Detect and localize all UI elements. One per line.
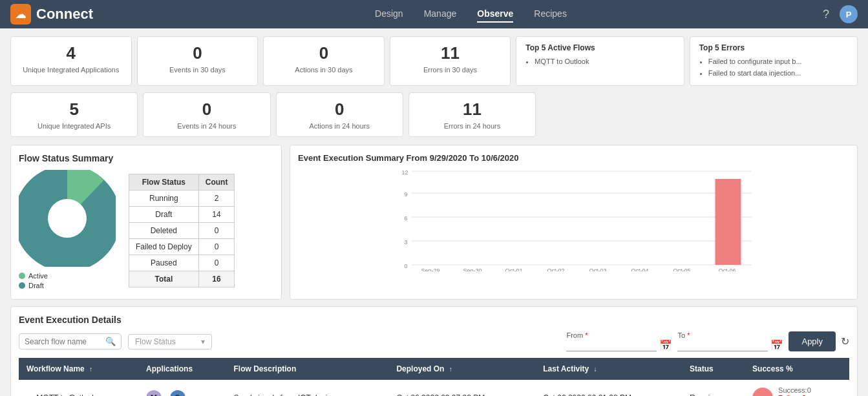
stat-errors-30: 11 Errors in 30 days: [390, 36, 511, 86]
nav-link-observe[interactable]: Observe: [477, 6, 513, 23]
flow-table-row: Running2: [129, 191, 235, 207]
to-date-input[interactable]: 10/6/2020, 3:38 PM: [677, 339, 768, 351]
pie-legend: Active Draft: [19, 272, 116, 289]
from-group: From * 9/29/2020, 3:38 PM 📅: [566, 331, 672, 351]
col-count: Count: [198, 174, 235, 191]
search-input[interactable]: [25, 337, 102, 346]
nav-link-design[interactable]: Design: [375, 6, 403, 23]
nav-link-recipes[interactable]: Recipes: [534, 6, 567, 23]
stat-value: 0: [287, 99, 392, 120]
execution-details-card: Event Execution Details 🔍 Flow Status ▾ …: [10, 306, 858, 396]
help-icon[interactable]: ?: [823, 8, 829, 21]
sort-workflow-icon[interactable]: ↑: [89, 366, 92, 373]
stat-value: 11: [419, 99, 525, 120]
nav-link-manage[interactable]: Manage: [424, 6, 457, 23]
apply-button[interactable]: Apply: [789, 331, 836, 351]
status-cell: Running: [682, 380, 745, 396]
flow-table-cell: 0: [198, 239, 235, 255]
sort-deployed-icon[interactable]: ↑: [449, 366, 452, 373]
chart-area: 0 3 6 9 12: [298, 168, 849, 271]
col-workflow-name: Workflow Name ↑: [19, 358, 138, 380]
content-row: Flow Status Summary: [10, 145, 858, 300]
draft-label: Draft: [28, 282, 44, 289]
col-status-label: Status: [690, 364, 714, 373]
workflow-name: MQTT to Outlook: [36, 393, 96, 396]
stat-value: 4: [21, 43, 121, 63]
bar-oct06: [715, 179, 741, 265]
flow-table-cell: 16: [198, 271, 235, 287]
y-label-3: 3: [405, 239, 408, 245]
spacer: [541, 92, 858, 137]
xlabel-oct06: Oct-06: [719, 267, 736, 271]
top5-active-flows: Top 5 Active Flows MQTT to Outlook: [516, 36, 684, 86]
col-apps-label: Applications: [146, 364, 193, 373]
pie-svg: [19, 170, 116, 267]
from-date-input[interactable]: 9/29/2020, 3:38 PM: [566, 339, 657, 351]
xlabel-oct05: Oct-05: [673, 267, 691, 271]
col-desc-label: Flow Description: [234, 364, 297, 373]
stat-label: Errors in 30 days: [401, 66, 500, 74]
pie-chart-wrapper: Active Draft: [19, 170, 116, 291]
stat-errors-24: 11 Errors in 24 hours: [408, 92, 536, 137]
user-avatar[interactable]: P: [840, 5, 858, 23]
legend-draft: Draft: [19, 282, 116, 289]
flow-table-cell: 2: [198, 191, 235, 207]
flow-description-cell: Send signals from IOT devi...: [226, 380, 389, 396]
y-label-0: 0: [405, 263, 408, 269]
chevron-down-icon: ▾: [201, 337, 205, 346]
flow-table-row: Failed to Deploy0: [129, 239, 235, 255]
stat-unique-apis: 5 Unique Integrated APIs: [10, 92, 138, 137]
flow-summary-card: Flow Status Summary: [10, 145, 282, 300]
workflow-name-cell: ▾ MQTT to Outlook: [19, 380, 138, 396]
flow-table-cell: Failed to Deploy: [129, 239, 199, 255]
col-deployed-on: Deployed On ↑: [388, 358, 535, 380]
flow-status-filter[interactable]: Flow Status ▾: [128, 334, 212, 349]
table-row: ▾ MQTT to Outlook M › O Send signals fro…: [19, 380, 849, 396]
stat-label: Actions in 24 hours: [287, 122, 392, 130]
stats-row-2: 5 Unique Integrated APIs 0 Events in 24 …: [10, 92, 858, 137]
xlabel-oct02: Oct-02: [547, 267, 565, 271]
stat-actions-24: 0 Actions in 24 hours: [276, 92, 403, 137]
stat-label: Actions in 30 days: [274, 66, 374, 74]
app-icon-outlook: O: [170, 390, 185, 396]
col-activity-label: Last Activity: [543, 364, 589, 373]
sort-activity-icon[interactable]: ↓: [594, 366, 597, 373]
col-flow-description: Flow Description: [226, 358, 389, 380]
from-calendar-icon[interactable]: 📅: [659, 339, 672, 351]
pie-chart: [19, 170, 116, 267]
col-deployed-label: Deployed On: [396, 364, 444, 373]
flow-table-row: Deleted0: [129, 223, 235, 239]
from-input-group: 9/29/2020, 3:38 PM 📅: [566, 339, 672, 351]
col-workflow-label: Workflow Name: [26, 364, 85, 373]
stat-actions-30: 0 Actions in 30 days: [263, 36, 385, 86]
success-text: Success:0 Failure:6 Total:6: [778, 386, 811, 396]
flow-summary-inner: Active Draft Flow Status Count: [19, 170, 273, 291]
refresh-icon[interactable]: ↻: [841, 335, 849, 348]
y-label-9: 9: [405, 191, 408, 198]
stat-label: Events in 24 hours: [154, 122, 259, 130]
flow-table-row: Paused0: [129, 255, 235, 271]
to-group: To * 10/6/2020, 3:38 PM 📅: [677, 331, 783, 351]
flow-table-cell: Deleted: [129, 223, 199, 239]
top5-errors: Top 5 Errors Failed to configurate input…: [690, 36, 858, 86]
search-box[interactable]: 🔍: [19, 333, 122, 349]
pie-center: [48, 199, 87, 238]
col-applications: Applications: [138, 358, 226, 380]
flow-table-row: Draft14: [129, 207, 235, 223]
applications-cell: M › O: [138, 380, 226, 396]
success-count: Success:0: [778, 386, 811, 394]
apps-icons: M › O: [146, 390, 218, 396]
flow-table-cell: Paused: [129, 255, 199, 271]
event-chart-card: Event Execution Summary From 9/29/2020 T…: [290, 145, 858, 300]
success-circle: [752, 388, 773, 396]
to-calendar-icon[interactable]: 📅: [770, 339, 783, 351]
nav-right: ? P: [823, 5, 858, 23]
flow-table-row: Total16: [129, 271, 235, 287]
execution-table: Workflow Name ↑ Applications Flow Descri…: [19, 358, 849, 396]
logo: ☁ Connect: [10, 4, 93, 25]
success-group: Success:0 Failure:6 Total:6: [752, 386, 842, 396]
flow-status-table: Flow Status Count Running2Draft14Deleted…: [129, 174, 235, 287]
col-flow-status: Flow Status: [129, 174, 199, 191]
expand-button[interactable]: ▾: [26, 393, 30, 396]
top5-active-item: MQTT to Outlook: [535, 56, 674, 68]
